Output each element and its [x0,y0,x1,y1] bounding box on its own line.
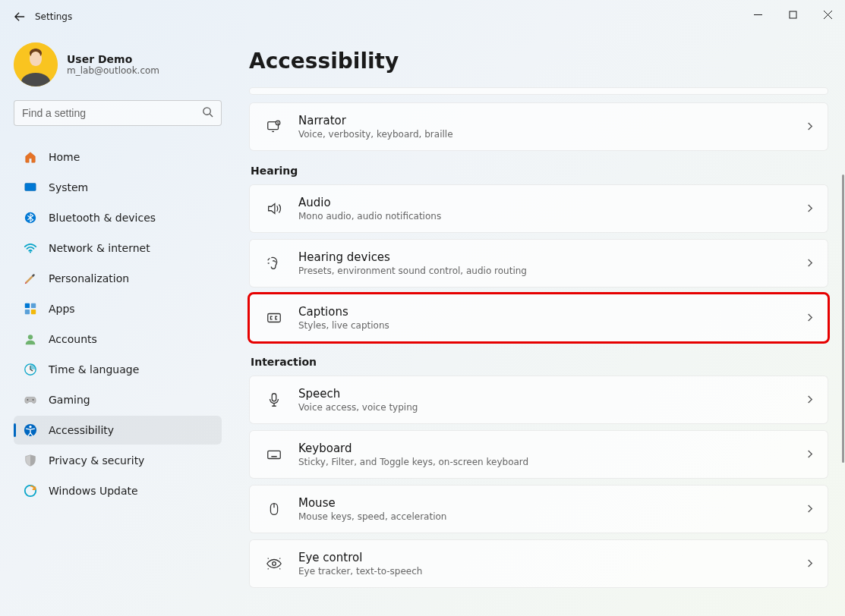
card-sub: Styles, live captions [298,320,806,331]
chevron-right-icon [806,203,814,215]
main-content: Accessibility Narrator Voice, verbosity,… [235,33,845,616]
svg-rect-20 [268,314,281,322]
section-hearing: Hearing [251,165,828,177]
nav-list: Home System Bluetooth & devices Network … [14,143,222,505]
card-sub: Mono audio, audio notifications [298,211,806,222]
nav-label: Personalization [49,272,129,284]
gamepad-icon [23,392,38,407]
user-name: User Demo [67,53,159,65]
chevron-right-icon [806,558,814,570]
nav-accounts[interactable]: Accounts [14,325,222,354]
card-title: Hearing devices [298,250,806,264]
close-button[interactable] [810,2,845,27]
nav-time[interactable]: Time & language [14,355,222,384]
system-icon [23,180,38,195]
nav-label: Accessibility [49,424,114,436]
card-sub: Voice, verbosity, keyboard, braille [298,129,806,140]
svg-point-13 [27,399,29,401]
search-box[interactable] [14,100,222,126]
card-title: Speech [298,387,806,401]
chevron-right-icon [806,257,814,269]
accessibility-icon [23,423,38,438]
nav-label: Bluetooth & devices [49,212,156,224]
card-keyboard[interactable]: Keyboard Sticky, Filter, and Toggle keys… [249,430,828,479]
card-mouse[interactable]: Mouse Mouse keys, speed, acceleration [249,485,828,533]
ear-icon [263,255,285,272]
partial-card-top [249,87,828,95]
eye-icon [263,555,285,572]
nav-label: Windows Update [49,485,138,497]
svg-rect-22 [268,451,281,458]
person-icon [23,332,38,347]
card-hearing-devices[interactable]: Hearing devices Presets, environment sou… [249,239,828,288]
svg-rect-21 [272,394,276,401]
svg-point-16 [29,426,31,428]
narrator-icon [263,118,285,135]
shield-icon [23,453,38,468]
nav-label: System [49,181,88,193]
card-title: Captions [298,305,806,319]
apps-icon [23,301,38,316]
card-sub: Sticky, Filter, and Toggle keys, on-scre… [298,457,806,467]
card-title: Mouse [298,496,806,510]
nav-personalization[interactable]: Personalization [14,264,222,293]
minimize-button[interactable] [740,2,775,27]
user-profile[interactable]: User Demo m_lab@outlook.com [14,42,222,86]
svg-rect-3 [25,184,36,191]
card-sub: Mouse keys, speed, acceleration [298,511,806,522]
nav-privacy[interactable]: Privacy & security [14,446,222,475]
nav-accessibility[interactable]: Accessibility [14,416,222,445]
search-input[interactable] [22,107,202,119]
keyboard-icon [263,446,285,463]
search-icon [202,106,213,120]
card-title: Keyboard [298,442,806,455]
svg-rect-7 [25,303,30,308]
nav-system[interactable]: System [14,173,222,202]
nav-apps[interactable]: Apps [14,294,222,323]
section-interaction: Interaction [251,356,828,368]
svg-rect-8 [31,303,36,308]
wifi-icon [23,240,38,256]
nav-gaming[interactable]: Gaming [14,385,222,414]
card-title: Audio [298,196,806,209]
card-speech[interactable]: Speech Voice access, voice typing [249,376,828,424]
back-button[interactable] [6,3,33,30]
nav-label: Time & language [49,363,139,376]
svg-rect-9 [25,310,30,314]
page-title: Accessibility [249,49,828,74]
brush-icon [23,271,38,286]
nav-update[interactable]: Windows Update [14,476,222,505]
avatar [14,42,58,86]
nav-bluetooth[interactable]: Bluetooth & devices [14,203,222,232]
scrollbar-thumb[interactable] [842,174,844,463]
nav-label: Accounts [49,333,97,345]
card-title: Eye control [298,551,806,564]
chevron-right-icon [806,503,814,515]
card-sub: Eye tracker, text-to-speech [298,566,806,577]
svg-point-6 [30,251,31,253]
card-captions[interactable]: Captions Styles, live captions [249,294,828,342]
chevron-right-icon [806,121,814,133]
svg-point-11 [28,335,33,339]
mic-icon [263,391,285,408]
update-icon [23,483,38,498]
card-audio[interactable]: Audio Mono audio, audio notifications [249,184,828,233]
svg-point-2 [203,108,210,115]
nav-label: Privacy & security [49,454,144,467]
audio-icon [263,200,285,217]
nav-network[interactable]: Network & internet [14,234,222,262]
nav-home[interactable]: Home [14,143,222,171]
maximize-button[interactable] [775,2,810,27]
user-email: m_lab@outlook.com [67,65,159,76]
chevron-right-icon [806,394,814,406]
nav-label: Network & internet [49,242,150,254]
captions-icon [263,310,285,326]
clock-icon [23,362,38,377]
card-sub: Presets, environment sound control, audi… [298,266,806,276]
titlebar: Settings [0,0,845,33]
app-title: Settings [35,11,72,22]
card-narrator[interactable]: Narrator Voice, verbosity, keyboard, bra… [249,102,828,151]
svg-rect-0 [790,11,796,18]
sidebar: User Demo m_lab@outlook.com Home System [0,33,235,616]
card-eye-control[interactable]: Eye control Eye tracker, text-to-speech [249,539,828,588]
